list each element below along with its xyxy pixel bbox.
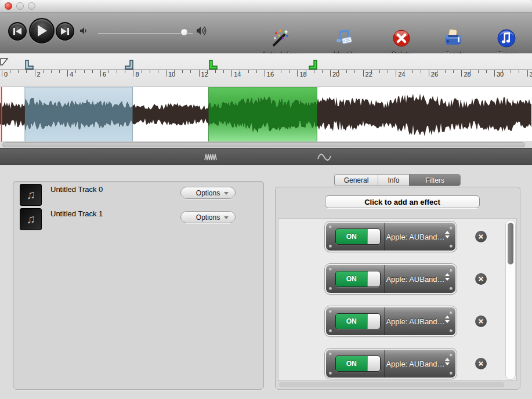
toggle-knob[interactable] bbox=[367, 271, 380, 286]
effect-select-popup[interactable]: Apple: AUBand… bbox=[386, 265, 444, 293]
zoom-button[interactable] bbox=[28, 2, 35, 10]
volume-low-icon bbox=[79, 27, 88, 35]
toggle-on-label: ON bbox=[336, 271, 367, 286]
ruler-tick bbox=[486, 70, 487, 73]
ruler-tick bbox=[281, 70, 281, 73]
effects-hscrollbar[interactable] bbox=[279, 382, 504, 387]
marker-selection-end[interactable] bbox=[124, 60, 133, 70]
ruler-tick bbox=[421, 70, 421, 73]
ruler-tick bbox=[75, 70, 76, 73]
effect-select-popup[interactable]: Apple: AUBand… bbox=[386, 223, 444, 251]
popup-stepper-icon bbox=[445, 231, 450, 242]
ruler-tick bbox=[527, 70, 528, 77]
screw-icon bbox=[329, 353, 332, 356]
play-button[interactable] bbox=[29, 18, 55, 43]
divider bbox=[384, 265, 385, 293]
ruler-tick bbox=[117, 70, 117, 73]
toggle-knob[interactable] bbox=[367, 229, 380, 244]
ruler-baseline bbox=[0, 70, 532, 70]
marker-selection-start[interactable] bbox=[209, 60, 218, 70]
toggle-on-label: ON bbox=[336, 356, 367, 371]
toggle-knob[interactable] bbox=[367, 356, 380, 371]
previous-icon bbox=[13, 27, 22, 35]
ruler-tick bbox=[461, 70, 462, 77]
ruler-tick bbox=[289, 70, 289, 73]
ruler-tick bbox=[166, 70, 167, 77]
remove-effect-button[interactable]: × bbox=[475, 273, 487, 285]
screw-icon bbox=[450, 354, 453, 357]
ruler-tick bbox=[18, 70, 19, 73]
screw-icon bbox=[450, 227, 453, 230]
ruler-tick bbox=[297, 70, 298, 77]
ruler-tick bbox=[494, 70, 495, 77]
ruler-tick bbox=[338, 70, 339, 73]
ruler-tick bbox=[314, 70, 314, 73]
screw-icon bbox=[329, 287, 332, 290]
next-track-button[interactable] bbox=[56, 22, 74, 41]
playhead-line bbox=[1, 87, 2, 142]
effect-card: ON Apple: AUBand… bbox=[325, 349, 457, 379]
marker-playhead-flag[interactable] bbox=[0, 58, 9, 68]
options-label: Options bbox=[196, 189, 220, 197]
ruler-tick-label: 0 bbox=[4, 71, 8, 78]
effect-on-off-toggle[interactable]: ON bbox=[335, 228, 381, 245]
effect-on-off-toggle[interactable]: ON bbox=[335, 356, 381, 372]
volume-slider-knob[interactable] bbox=[180, 28, 188, 36]
track-row[interactable]: ♫ Untitled Track 0 Options bbox=[13, 184, 265, 207]
ruler-tick bbox=[59, 70, 60, 73]
effects-vscrollbar-thumb[interactable] bbox=[508, 223, 513, 264]
minimize-button[interactable] bbox=[16, 2, 24, 10]
ruler-tick bbox=[215, 70, 216, 73]
effect-card: ON Apple: AUBand… bbox=[325, 264, 457, 294]
chevron-down-icon bbox=[224, 216, 229, 219]
ruler-tick-label: 4 bbox=[70, 71, 73, 78]
remove-effect-button[interactable]: × bbox=[475, 315, 487, 327]
ruler-tick bbox=[371, 70, 372, 73]
effect-row: ON Apple: AUBand… × bbox=[325, 222, 487, 252]
ruler-tick bbox=[133, 70, 133, 77]
ruler-tick bbox=[453, 70, 454, 73]
effect-select-popup[interactable]: Apple: AUBand… bbox=[386, 307, 444, 335]
ruler-tick-label: 8 bbox=[135, 71, 139, 78]
track-title: Untitled Track 1 bbox=[50, 209, 103, 218]
track-row[interactable]: ♫ Untitled Track 1 Options bbox=[13, 208, 265, 231]
tab-info[interactable]: Info bbox=[378, 175, 409, 186]
track-options-button[interactable]: Options bbox=[180, 211, 236, 223]
marker-selection-end[interactable] bbox=[308, 60, 317, 70]
title-bar bbox=[0, 0, 532, 13]
marker-selection-start[interactable] bbox=[25, 60, 34, 70]
volume-high-icon bbox=[196, 26, 208, 36]
ruler-tick-label: 6 bbox=[103, 71, 106, 78]
screw-icon bbox=[329, 329, 332, 332]
ruler-tick bbox=[470, 70, 471, 73]
track-title: Untitled Track 0 bbox=[50, 185, 103, 194]
screw-icon bbox=[450, 329, 453, 332]
tab-filters[interactable]: Filters bbox=[409, 175, 460, 186]
track-options-button[interactable]: Options bbox=[180, 187, 236, 199]
waveform-svg bbox=[0, 87, 532, 142]
close-button[interactable] bbox=[5, 2, 12, 10]
remove-effect-button[interactable]: × bbox=[475, 231, 487, 242]
waveform-hscrollbar-thumb[interactable] bbox=[2, 142, 525, 147]
effect-select-popup[interactable]: Apple: AUBand… bbox=[386, 350, 444, 378]
waveform-area[interactable] bbox=[0, 86, 532, 141]
toggle-knob[interactable] bbox=[367, 314, 380, 329]
effect-card: ON Apple: AUBand… bbox=[325, 306, 457, 336]
previous-track-button[interactable] bbox=[8, 22, 27, 41]
effect-on-off-toggle[interactable]: ON bbox=[335, 313, 381, 329]
toggle-on-label: ON bbox=[336, 314, 367, 329]
ruler-tick bbox=[396, 70, 396, 77]
effect-on-off-toggle[interactable]: ON bbox=[335, 271, 381, 287]
ruler-tick bbox=[306, 70, 306, 73]
tab-general[interactable]: General bbox=[335, 175, 378, 186]
add-effect-button[interactable]: Click to add an effect bbox=[325, 195, 480, 208]
options-label: Options bbox=[196, 213, 220, 222]
ruler-tick bbox=[10, 70, 10, 73]
volume-slider-track[interactable] bbox=[97, 32, 193, 34]
ruler-tick-label: 2 bbox=[37, 71, 41, 78]
timeline-ruler[interactable]: 02468101214161820222426283032 bbox=[0, 53, 532, 86]
identify-tag-icon bbox=[334, 28, 355, 49]
ruler-tick bbox=[502, 70, 503, 73]
track-music-note-icon: ♫ bbox=[20, 184, 42, 206]
remove-effect-button[interactable]: × bbox=[475, 358, 487, 369]
